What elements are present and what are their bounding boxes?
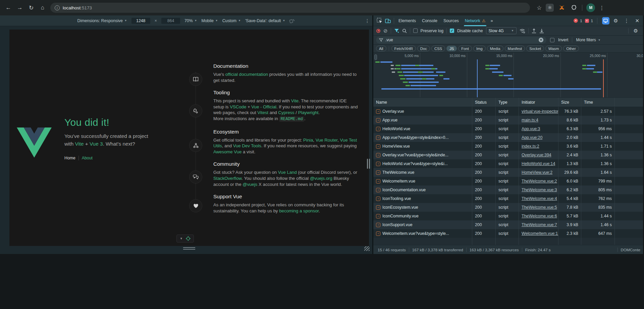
resource-chip-css[interactable]: CSS bbox=[431, 46, 445, 51]
invert-checkbox[interactable] bbox=[550, 38, 554, 42]
page-link[interactable]: Vitest bbox=[257, 110, 268, 115]
profile-avatar[interactable]: M bbox=[586, 3, 595, 12]
request-initiator-link[interactable]: main.ts:4 bbox=[522, 118, 538, 122]
cast-device-icon[interactable] bbox=[602, 17, 609, 24]
metamask-icon[interactable] bbox=[558, 4, 566, 12]
resource-chip-socket[interactable]: Socket bbox=[526, 46, 544, 51]
viewport-resize-handle-corner[interactable] bbox=[364, 246, 370, 251]
more-tabs-icon[interactable]: » bbox=[488, 18, 495, 23]
network-request-row[interactable]: ‹›HelloWorld.vue200scriptApp.vue:36.3 kB… bbox=[373, 124, 643, 133]
page-link[interactable]: @vuejs.org bbox=[310, 176, 332, 181]
clear-network-log-icon[interactable]: ⊘ bbox=[383, 28, 388, 33]
request-initiator-link[interactable]: TheWelcome.vue:7 bbox=[522, 222, 557, 227]
network-request-row[interactable]: ‹›IconEcosystem.vue200scriptTheWelcome.v… bbox=[373, 203, 643, 212]
page-link[interactable]: Vue - Official bbox=[251, 104, 276, 109]
request-initiator-link[interactable]: HelloWorld.vue:14 bbox=[522, 161, 555, 166]
nav-link-about[interactable]: About bbox=[79, 156, 93, 160]
back-icon[interactable]: ← bbox=[3, 3, 13, 13]
throttle-mode-select[interactable]: Mobile▼ bbox=[202, 18, 218, 23]
column-header-time[interactable]: Time bbox=[581, 98, 615, 107]
page-link[interactable]: Pinia bbox=[303, 138, 313, 143]
resource-chip-js[interactable]: JS bbox=[446, 46, 457, 51]
home-icon[interactable]: ⌂ bbox=[38, 3, 48, 13]
network-request-row[interactable]: ‹›IconCommunity.vue200scriptTheWelcome.v… bbox=[373, 212, 643, 220]
column-header-name[interactable]: Name bbox=[373, 98, 472, 107]
page-link[interactable]: Vue Dev Tools bbox=[233, 143, 261, 148]
resource-chip-doc[interactable]: Doc bbox=[417, 46, 430, 51]
clear-filter-icon[interactable]: ✕ bbox=[539, 38, 543, 42]
filter-input[interactable]: .vue ✕ bbox=[376, 37, 546, 44]
resource-chip-wasm[interactable]: Wasm bbox=[545, 46, 562, 51]
address-bar[interactable]: i localhost:5173 bbox=[50, 3, 530, 13]
network-request-row[interactable]: ‹›HelloWorld.vue?vue&type=style&i...200s… bbox=[373, 159, 643, 168]
request-initiator-link[interactable]: TheWelcome.vue:3 bbox=[522, 188, 557, 192]
preserve-log-checkbox[interactable] bbox=[413, 29, 418, 33]
page-link[interactable]: official documentation bbox=[225, 72, 268, 77]
network-request-row[interactable]: ‹›IconSupport.vue200scriptTheWelcome.vue… bbox=[373, 220, 643, 229]
request-initiator-link[interactable]: virtual:vue-inspector bbox=[522, 109, 558, 114]
search-icon[interactable] bbox=[402, 29, 407, 33]
network-request-row[interactable]: ‹›TheWelcome.vue200scriptHomeView.vue:22… bbox=[373, 168, 643, 177]
page-link[interactable]: Vite bbox=[75, 141, 84, 147]
page-link[interactable]: Cypress bbox=[278, 110, 294, 115]
browser-menu-icon[interactable]: ⋮ bbox=[599, 5, 604, 11]
vue-inspector-toggle[interactable]: ▼ bbox=[176, 235, 194, 243]
height-input[interactable]: 864 bbox=[161, 18, 180, 24]
settings-gear-icon[interactable]: ⚙ bbox=[611, 18, 620, 24]
inspect-element-icon[interactable] bbox=[375, 16, 384, 25]
column-header-size[interactable]: Size bbox=[558, 98, 581, 107]
issues-count[interactable]: 1 bbox=[591, 19, 593, 23]
resource-chip-media[interactable]: Media bbox=[487, 46, 503, 51]
error-count[interactable]: 1 bbox=[580, 19, 582, 23]
tab-sources[interactable]: Sources bbox=[440, 15, 462, 26]
close-devtools-icon[interactable]: ✕ bbox=[633, 18, 641, 24]
request-initiator-link[interactable]: TheWelcome.vue:2 bbox=[522, 179, 557, 184]
bookmark-star-icon[interactable]: ☆ bbox=[537, 4, 542, 11]
page-link[interactable]: README.md bbox=[279, 116, 304, 122]
viewport-resize-handle-bottom[interactable] bbox=[183, 247, 195, 251]
page-link[interactable]: Playwright bbox=[298, 110, 319, 115]
request-initiator-link[interactable]: TheWelcome.vue:6 bbox=[522, 214, 557, 218]
resource-chip-other[interactable]: Other bbox=[563, 46, 579, 51]
resource-chip-manifest[interactable]: Manifest bbox=[505, 46, 525, 51]
export-har-icon[interactable] bbox=[539, 29, 544, 33]
request-initiator-link[interactable]: HomeView.vue:2 bbox=[522, 170, 552, 175]
resource-chip-font[interactable]: Font bbox=[458, 46, 472, 51]
page-link[interactable]: Vite bbox=[291, 98, 299, 103]
react-devtools-icon[interactable]: ⚛ bbox=[546, 4, 554, 12]
network-request-row[interactable]: ‹›HomeView.vue200scriptindex.ts:23.6 kB1… bbox=[373, 142, 643, 151]
network-request-row[interactable]: ‹›App.vue?vue&type=style&index=0...200sc… bbox=[373, 133, 643, 142]
zoom-select[interactable]: 70%▼ bbox=[184, 18, 197, 23]
network-request-row[interactable]: ‹›WelcomeItem.vue?vue&type=style...200sc… bbox=[373, 229, 643, 238]
request-initiator-link[interactable]: TheWelcome.vue:4 bbox=[522, 196, 557, 201]
network-request-row[interactable]: ‹›Overlay.vue200scriptvirtual:vue-inspec… bbox=[373, 107, 643, 116]
resource-chip-all[interactable]: All bbox=[376, 46, 386, 51]
nav-link-home[interactable]: Home bbox=[64, 156, 79, 160]
error-badge-icon[interactable]: ✕ bbox=[574, 18, 578, 23]
client-hints-select[interactable]: 'Save-Data': default▼ bbox=[245, 18, 285, 23]
filter-funnel-icon[interactable] bbox=[394, 29, 399, 33]
column-header-initiator[interactable]: Initiator bbox=[519, 98, 558, 107]
column-header-status[interactable]: Status bbox=[472, 98, 496, 107]
dimensions-select[interactable]: Dimensions: Responsive▼ bbox=[77, 18, 127, 23]
page-link[interactable]: VSCode bbox=[230, 104, 246, 109]
device-mode-icon[interactable] bbox=[384, 16, 392, 25]
page-link[interactable]: Awesome Vue bbox=[213, 149, 241, 154]
network-conditions-icon[interactable] bbox=[520, 29, 525, 33]
network-settings-gear-icon[interactable]: ⚙ bbox=[632, 28, 640, 34]
network-request-row[interactable]: ‹›WelcomeItem.vue200scriptTheWelcome.vue… bbox=[373, 177, 643, 186]
resource-chip-fetchxhr[interactable]: Fetch/XHR bbox=[391, 46, 416, 51]
page-link[interactable]: @vuejs bbox=[243, 182, 257, 187]
request-initiator-link[interactable]: index.ts:2 bbox=[522, 144, 539, 149]
network-request-row[interactable]: ‹›Overlay.vue?vue&type=style&inde...200s… bbox=[373, 151, 643, 159]
record-network-log-icon[interactable] bbox=[376, 29, 380, 33]
request-initiator-link[interactable]: WelcomeItem.vue:1... bbox=[522, 231, 558, 236]
page-link[interactable]: becoming a sponsor bbox=[279, 208, 319, 213]
devtools-menu-icon[interactable]: ⋮ bbox=[622, 18, 631, 24]
import-har-icon[interactable] bbox=[532, 29, 536, 33]
resource-chip-img[interactable]: Img bbox=[473, 46, 486, 51]
page-link[interactable]: Vue Router bbox=[316, 138, 338, 143]
request-initiator-link[interactable]: App.vue:3 bbox=[522, 126, 540, 131]
request-initiator-link[interactable]: Overlay.vue:394 bbox=[522, 153, 551, 157]
network-request-row[interactable]: ‹›IconTooling.vue200scriptTheWelcome.vue… bbox=[373, 194, 643, 203]
